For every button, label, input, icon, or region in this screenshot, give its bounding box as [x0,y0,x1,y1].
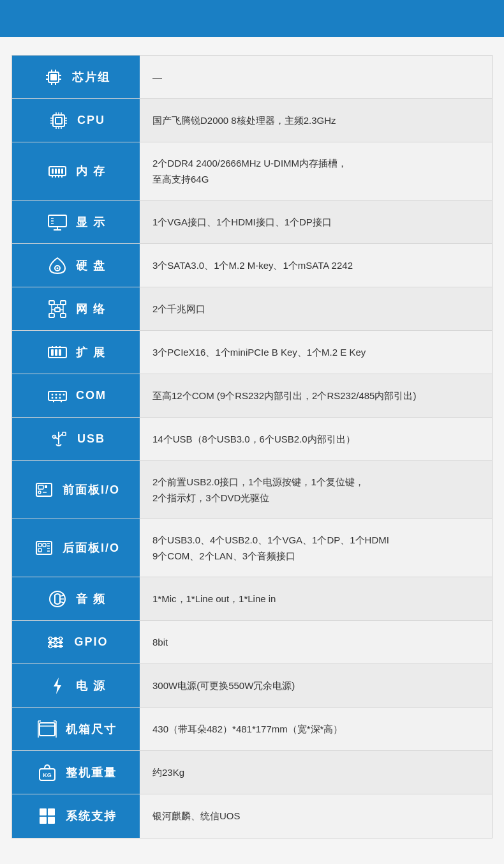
svg-rect-59 [48,391,66,400]
cpu-icon [47,109,71,133]
frontio-icon [32,478,56,502]
svg-rect-25 [52,169,54,174]
spec-row-cpu: CPU国产飞腾锐D2000 8核处理器，主频2.3GHz [12,99,492,142]
svg-point-98 [54,640,57,644]
expansion-icon [45,340,70,365]
reario-icon [32,536,56,560]
os-icon [35,804,59,828]
spec-label-audio: 音 频 [12,577,140,620]
svg-rect-10 [53,115,64,126]
spec-value-network: 2个千兆网口 [140,287,492,330]
svg-rect-114 [40,817,47,824]
spec-label-weight: KG整机重量 [12,751,140,794]
svg-rect-54 [55,349,57,356]
spec-label-cpu: CPU [12,99,140,142]
spec-label-network: 网 络 [12,287,140,330]
svg-point-61 [56,393,57,395]
com-icon [45,384,70,408]
label-text-dimension: 机箱尺寸 [66,722,117,737]
spec-row-network: 网 络2个千兆网口 [12,287,492,331]
svg-rect-45 [61,314,66,317]
svg-point-77 [38,491,41,494]
spec-label-frontio: 前面板I/O [12,461,140,519]
spec-value-expansion: 3个PCIeX16、1个miniPCIe B Key、1个M.2 E Key [140,331,492,374]
svg-point-99 [59,640,63,644]
label-text-hdd: 硬 盘 [76,258,106,273]
svg-point-96 [59,637,63,640]
svg-rect-41 [49,301,54,305]
label-text-memory: 内 存 [76,163,106,179]
svg-point-60 [52,393,54,395]
chipset-icon [41,65,66,89]
audio-icon [45,587,70,611]
svg-rect-27 [58,169,60,174]
spec-label-reario: 后面板I/O [12,519,140,577]
spec-table: 芯片组—CPU国产飞腾锐D2000 8核处理器，主频2.3GHz内 存2个DDR… [11,55,493,838]
svg-point-64 [56,397,57,398]
svg-rect-11 [56,117,62,124]
spec-value-frontio: 2个前置USB2.0接口，1个电源按键，1个复位键， 2个指示灯，3个DVD光驱… [140,461,492,519]
svg-rect-115 [48,817,55,824]
spec-value-power: 300W电源(可更换550W冗余电源) [140,664,492,707]
spec-value-hdd: 3个SATA3.0、1个M.2 M-key、1个mSATA 2242 [140,244,492,287]
spec-value-dimension: 430（带耳朵482）*481*177mm（宽*深*高） [140,708,492,750]
spec-row-os: 系统支持银河麒麟、统信UOS [12,794,492,838]
label-text-com: COM [76,389,107,402]
svg-marker-103 [54,678,61,694]
svg-rect-81 [43,543,46,547]
spec-value-os: 银河麒麟、统信UOS [140,794,492,838]
spec-value-memory: 2个DDR4 2400/2666MHz U-DIMM内存插槽， 至高支持64G [140,142,492,200]
spec-row-audio: 音 频1*Mic，1*Line out，1*Line in [12,577,492,621]
svg-rect-28 [61,169,63,174]
svg-rect-42 [61,301,66,305]
spec-value-cpu: 国产飞腾锐D2000 8核处理器，主频2.3GHz [140,99,492,142]
memory-icon [45,159,70,183]
svg-rect-113 [48,808,55,815]
spec-row-weight: KG整机重量约23Kg [12,751,492,794]
label-text-audio: 音 频 [76,591,106,607]
svg-rect-24 [49,167,66,176]
svg-point-94 [49,637,52,640]
spec-label-display: 显 示 [12,201,140,243]
spec-row-power: 电 源300W电源(可更换550W冗余电源) [12,664,492,708]
label-text-network: 网 络 [76,301,106,317]
spec-label-com: COM [12,374,140,417]
svg-rect-80 [38,543,41,547]
label-text-chipset: 芯片组 [72,70,110,85]
weight-icon: KG [35,761,59,785]
svg-point-63 [52,397,54,398]
spec-label-power: 电 源 [12,664,140,707]
label-text-gpio: GPIO [74,635,108,649]
spec-row-hdd: 硬 盘3个SATA3.0、1个M.2 M-key、1个mSATA 2242 [12,244,492,287]
spec-value-display: 1个VGA接口、1个HDMI接口、1个DP接口 [140,201,492,243]
network-icon [45,297,70,321]
spec-label-usb: USB [12,418,140,460]
svg-point-102 [59,644,63,648]
spec-value-chipset: — [140,56,492,98]
svg-rect-26 [55,169,57,174]
dimension-icon [35,717,59,741]
power-icon [45,674,70,698]
svg-point-101 [54,644,57,648]
label-text-cpu: CPU [77,114,105,127]
svg-rect-1 [50,74,57,80]
spec-value-gpio: 8bit [140,621,492,663]
spec-row-usb: USB14个USB（8个USB3.0，6个USB2.0内部引出） [12,418,492,461]
svg-rect-82 [38,549,41,552]
svg-rect-44 [49,314,54,317]
spec-value-usb: 14个USB（8个USB3.0，6个USB2.0内部引出） [140,418,492,460]
label-text-frontio: 前面板I/O [63,482,120,497]
spec-label-hdd: 硬 盘 [12,244,140,287]
svg-rect-53 [51,349,54,356]
spec-value-reario: 8个USB3.0、4个USB2.0、1个VGA、1个DP、1个HDMI 9个CO… [140,519,492,577]
label-text-expansion: 扩 展 [76,345,106,360]
svg-rect-76 [45,485,47,488]
label-text-usb: USB [77,432,105,446]
svg-rect-71 [63,432,66,436]
spec-row-reario: 后面板I/O8个USB3.0、4个USB2.0、1个VGA、1个DP、1个HDM… [12,519,492,577]
svg-point-65 [59,397,61,398]
svg-point-62 [59,393,61,395]
spec-label-gpio: GPIO [12,621,140,663]
spec-row-com: COM至高12个COM (9个RS232内部引出，2个RS232/485内部引出… [12,374,492,418]
label-text-reario: 后面板I/O [63,540,120,556]
